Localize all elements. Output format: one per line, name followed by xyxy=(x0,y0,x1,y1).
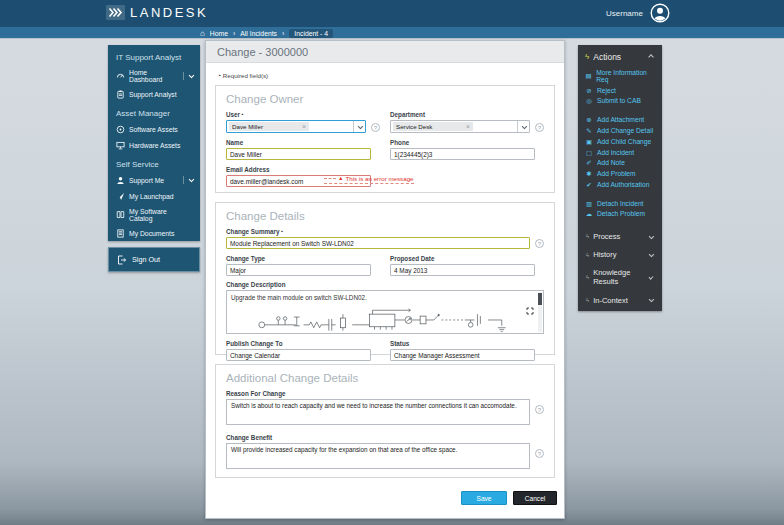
disc-icon xyxy=(116,125,125,134)
action-detach-incident[interactable]: ▥Detach Incident xyxy=(585,198,655,209)
email-error-message: ▲ This is an error message xyxy=(324,175,414,184)
breadcrumb-bar: ⌂ Home › All Incidents › Incident - 4 xyxy=(0,27,784,39)
action-add-note[interactable]: ✐Add Note xyxy=(585,157,655,168)
reject-icon: ⊘ xyxy=(585,87,593,94)
scrollbar-thumb[interactable] xyxy=(538,293,542,305)
sidebar-item-support-analyst[interactable]: Support Analyst xyxy=(114,86,194,102)
change-owner-section: Change Owner User ▪ Dave Miller× ? Depar… xyxy=(215,85,555,193)
authorisation-icon: ✔ xyxy=(585,181,593,188)
user-menu[interactable]: Username xyxy=(606,3,670,23)
change-type-field[interactable]: Major xyxy=(226,264,371,276)
publish-change-to-field[interactable]: Change Calendar xyxy=(226,349,371,361)
phone-field[interactable]: 1(234445(2)3 xyxy=(390,148,535,160)
sidebar-item-software-assets[interactable]: Software Assets xyxy=(114,121,194,137)
reason-for-change-field[interactable]: Switch is about to reach capacity and we… xyxy=(226,399,530,425)
change-summary-field[interactable]: Module Replacement on Switch SW-LDN02 xyxy=(226,237,530,249)
pin-icon: ϟ xyxy=(586,297,589,303)
clear-icon[interactable]: × xyxy=(302,123,306,130)
breadcrumb: ⌂ Home › All Incidents › Incident - 4 xyxy=(200,29,333,38)
action-add-incident[interactable]: ▢Add Incident xyxy=(585,147,655,158)
circuit-diagram-image xyxy=(255,306,527,332)
chevron-down-icon xyxy=(648,233,653,238)
breadcrumb-all-incidents[interactable]: All Incidents xyxy=(240,30,277,37)
document-icon xyxy=(116,229,125,238)
action-more-information-req[interactable]: ▤More Information Req xyxy=(585,67,655,85)
section-in-context[interactable]: ϟIn-Context xyxy=(585,291,655,309)
section-process[interactable]: ϟProcess xyxy=(585,227,655,245)
sidebar-section-it-support-analyst: IT Support Analyst xyxy=(116,53,192,62)
section-knowledge-results[interactable]: ϟKnowledge Results xyxy=(585,264,655,291)
action-detach-problem[interactable]: ☁Detach Problem xyxy=(585,209,655,220)
user-combobox[interactable]: Dave Miller× xyxy=(226,120,366,133)
sidebar-item-my-software-catalog[interactable]: My Software Catalog xyxy=(114,204,194,225)
help-icon[interactable]: ? xyxy=(535,405,544,414)
actions-header[interactable]: ϟ Actions xyxy=(585,52,655,67)
chevron-down-icon xyxy=(358,123,363,128)
help-icon[interactable]: ? xyxy=(535,239,544,248)
sidebar-item-home-dashboard[interactable]: Home Dashboard xyxy=(114,65,194,86)
problem-icon: ✱ xyxy=(585,170,593,177)
action-submit-to-cab[interactable]: ◎Submit to CAB xyxy=(585,96,655,107)
status-field[interactable]: Change Manager Assessment xyxy=(390,349,535,361)
clear-icon[interactable]: × xyxy=(466,123,470,130)
page-title: Change - 3000000 xyxy=(206,41,564,63)
action-reject[interactable]: ⊘Reject xyxy=(585,85,655,96)
reason-for-change-label: Reason For Change xyxy=(226,390,530,397)
detach-problem-icon: ☁ xyxy=(585,210,593,217)
chevron-right-icon: › xyxy=(233,30,235,37)
change-summary-label: Change Summary ▪ xyxy=(226,228,530,235)
expand-chevron-icon[interactable] xyxy=(183,176,193,184)
scrollbar-track[interactable] xyxy=(538,292,542,332)
action-add-change-detail[interactable]: ✎Add Change Detail xyxy=(585,125,655,136)
breadcrumb-home[interactable]: Home xyxy=(210,30,228,37)
description-text: Upgrade the main module on switch SW-LDN… xyxy=(231,294,367,301)
breadcrumb-current[interactable]: Incident - 4 xyxy=(289,29,333,38)
section-history[interactable]: ϟHistory xyxy=(585,246,655,264)
monitor-icon xyxy=(116,141,125,150)
sidebar-item-support-me[interactable]: Support Me xyxy=(114,172,194,188)
brand-text: LANDESK xyxy=(130,5,208,20)
sidebar-item-my-documents[interactable]: My Documents xyxy=(114,225,194,241)
save-button[interactable]: Save xyxy=(461,491,507,505)
chevron-down-icon xyxy=(648,297,653,302)
action-add-attachment[interactable]: ⊕Add Attachment xyxy=(585,114,655,125)
section-heading: Additional Change Details xyxy=(226,372,544,384)
required-marker-icon: ▪ xyxy=(242,111,244,117)
child-change-icon: ▣ xyxy=(585,138,593,145)
expand-chevron-icon[interactable] xyxy=(183,72,193,80)
help-icon[interactable]: ? xyxy=(371,123,380,132)
action-add-child-change[interactable]: ▣Add Child Change xyxy=(585,136,655,147)
chevron-down-icon xyxy=(648,251,653,256)
rocket-icon xyxy=(116,192,125,201)
action-add-authorisation[interactable]: ✔Add Authorisation xyxy=(585,179,655,190)
change-benefit-field[interactable]: Will provide increased capacity for the … xyxy=(226,443,530,469)
cancel-button[interactable]: Cancel xyxy=(513,491,557,505)
action-add-problem[interactable]: ✱Add Problem xyxy=(585,168,655,179)
help-icon[interactable]: ? xyxy=(535,449,544,458)
pin-icon: ϟ xyxy=(586,252,589,258)
warning-icon: ▲ xyxy=(338,176,343,181)
actions-panel: ϟ Actions ▤More Information Req ⊘Reject … xyxy=(578,45,662,311)
username-label: Username xyxy=(606,9,643,18)
change-description-editor[interactable]: Upgrade the main module on switch SW-LDN… xyxy=(226,290,544,334)
left-sidebar: IT Support Analyst Home Dashboard Suppor… xyxy=(108,45,200,241)
avatar-icon xyxy=(650,3,670,23)
department-combobox[interactable]: Service Desk× xyxy=(390,120,530,133)
change-details-section: Change Details Change Summary ▪ Module R… xyxy=(215,202,555,355)
dropdown-cell xyxy=(517,121,529,132)
person-icon xyxy=(116,176,125,185)
dropdown-cell xyxy=(353,121,365,132)
sidebar-item-hardware-assets[interactable]: Hardware Assets xyxy=(114,137,194,153)
chevron-right-icon: › xyxy=(282,30,284,37)
user-token: Dave Miller× xyxy=(229,122,309,131)
name-field[interactable]: Dave Miller xyxy=(226,148,371,160)
sidebar-item-my-launchpad[interactable]: My Launchpad xyxy=(114,188,194,204)
home-icon: ⌂ xyxy=(200,30,205,37)
proposed-date-field[interactable]: 4 May 2013 xyxy=(390,264,535,276)
change-form-panel: Change - 3000000 ▪Required field(s) Chan… xyxy=(205,40,565,519)
expand-icon[interactable] xyxy=(526,307,534,315)
section-stats[interactable]: ϟStats xyxy=(585,309,655,311)
error-connector-line xyxy=(324,178,336,179)
help-icon[interactable]: ? xyxy=(535,123,544,132)
sign-out-button[interactable]: Sign Out xyxy=(108,247,200,272)
